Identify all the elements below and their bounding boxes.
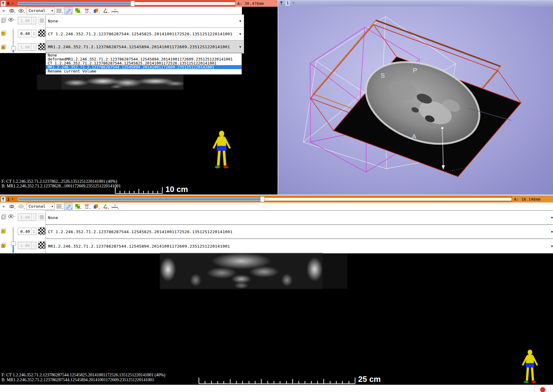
slice-star-icon[interactable]: ✶ bbox=[11, 197, 14, 201]
colored-grid-icon bbox=[75, 204, 80, 209]
background-opacity-spinbox[interactable]: 1.00 ▲▼ bbox=[18, 242, 36, 249]
collapse-controller-button[interactable]: « bbox=[1, 7, 6, 14]
pin-button[interactable] bbox=[1, 1, 6, 6]
layout-grid-button[interactable]: ▾ bbox=[55, 7, 63, 14]
chevron-down-icon: ▾ bbox=[118, 12, 119, 14]
foreground-volume-combo[interactable]: CT 1.2.246.352.71.2.123786287544.1254582… bbox=[45, 27, 244, 41]
fade-slider[interactable] bbox=[13, 227, 14, 253]
label-visibility-button[interactable] bbox=[8, 214, 14, 218]
menu-item[interactable]: CT 1.2.246.352.71.2.123786287544.1254582… bbox=[46, 61, 242, 65]
reformat-axes-button[interactable]: ▾ bbox=[101, 203, 109, 210]
svg-text:F: F bbox=[2, 32, 4, 35]
red-slider-handle[interactable] bbox=[130, 1, 135, 6]
chevron-down-icon: ▼ bbox=[551, 245, 553, 248]
label-visibility-button[interactable] bbox=[8, 18, 14, 22]
horizontal-ruler-icon: 10 bbox=[112, 8, 118, 13]
link-views-button[interactable]: ▾ bbox=[8, 203, 16, 210]
background-opacity-spinbox[interactable]: 1.00 ▲▼ bbox=[18, 43, 36, 51]
eye-icon bbox=[8, 18, 14, 22]
eye-icon bbox=[18, 205, 24, 208]
foreground-checker-button[interactable] bbox=[38, 227, 45, 235]
foreground-volume-combo[interactable]: CT 1.2.246.352.71.2.123786287544.1254582… bbox=[45, 225, 553, 239]
label-layer-icon: L bbox=[1, 18, 6, 23]
red-slice-offset-slider[interactable] bbox=[18, 2, 235, 5]
threeD-center-icon[interactable]: ☼ bbox=[292, 0, 294, 5]
fade-slider-handle[interactable] bbox=[11, 241, 16, 245]
menu-item[interactable]: deformedMR1.2.246.352.71.2.123786287544.… bbox=[46, 57, 242, 61]
segment-grid-button[interactable]: ▾ bbox=[73, 7, 82, 14]
eye-icon bbox=[18, 9, 24, 13]
label-opacity-spinbox[interactable]: 1.00 ▲▼ bbox=[18, 214, 36, 221]
fade-slider-handle[interactable] bbox=[11, 46, 16, 50]
collapse-controller-button[interactable]: « bbox=[1, 203, 6, 210]
spin-arrows[interactable]: ▲▼ bbox=[31, 228, 36, 235]
spin-arrows[interactable]: ▲▼ bbox=[31, 30, 36, 37]
label-visibility-arrow[interactable]: ▾ bbox=[14, 215, 16, 218]
slab-ruler-button[interactable]: 10 ▾ bbox=[110, 7, 119, 14]
spin-arrows[interactable]: ▲▼ bbox=[31, 214, 36, 221]
record-button[interactable] bbox=[535, 386, 551, 392]
threeD-title-strip bbox=[278, 0, 553, 6]
chevron-down-icon: ▾ bbox=[24, 12, 25, 14]
link-views-button[interactable]: ▾ bbox=[8, 7, 16, 14]
chevron-down-icon: ▼ bbox=[239, 45, 241, 49]
slab-ruler-button[interactable]: 10 ▾ bbox=[110, 203, 119, 210]
chevron-down-icon: ▾ bbox=[71, 208, 72, 210]
foreground-overlay-text: F: CT 1.2.246.352.71.2.1237862...2526.13… bbox=[2, 179, 117, 184]
chevron-down-icon: ▾ bbox=[89, 208, 91, 210]
svg-text:B: B bbox=[2, 46, 4, 49]
slice-image-strip bbox=[160, 253, 323, 289]
left-foot-marker bbox=[215, 166, 220, 168]
visibility-button[interactable]: ▾ bbox=[17, 7, 25, 14]
slice-intersection-button[interactable]: ▾ bbox=[82, 203, 91, 210]
orientation-combo[interactable]: Coronal ▼ bbox=[26, 7, 55, 14]
background-checker-button[interactable] bbox=[38, 43, 45, 50]
label-outline-button[interactable] bbox=[38, 214, 45, 221]
reformat-axes-button[interactable]: ▾ bbox=[101, 7, 109, 14]
foreground-opacity-spinbox[interactable]: 0.40 ▲▼ bbox=[18, 228, 36, 235]
layer-compositing-button[interactable]: ▾ bbox=[92, 7, 100, 14]
slice-star-icon[interactable]: ✶ bbox=[11, 1, 14, 5]
slice-intersection-button[interactable]: ▾ bbox=[82, 7, 91, 14]
threeD-scene[interactable]: S P A bbox=[278, 6, 553, 195]
orange-slice-offset-slider[interactable] bbox=[18, 198, 512, 201]
chevron-down-icon: ▾ bbox=[71, 12, 72, 14]
segment-grid-button[interactable]: ▾ bbox=[73, 203, 82, 210]
chevron-down-icon: ▼ bbox=[239, 19, 241, 23]
application-window: R ✶ A: 30.476mm « ▾ ▾ Coronal ▼ ▾ ▾ ▾ ▾ … bbox=[0, 0, 553, 392]
spin-arrows[interactable]: ▲▼ bbox=[31, 44, 36, 50]
menu-item-rename[interactable]: Rename current Volume bbox=[46, 69, 242, 73]
layout-grid-button[interactable]: ▾ bbox=[55, 203, 63, 210]
label-volume-value: None bbox=[48, 215, 58, 220]
marker-tool-button[interactable]: ▾ bbox=[64, 203, 73, 210]
scale-label: 25 cm bbox=[358, 374, 381, 384]
foreground-checker-button[interactable] bbox=[38, 29, 45, 37]
menu-item-selected[interactable]: MR1.2.246.352.71.2.123786287544.12545894… bbox=[46, 65, 242, 69]
background-layer-icon: B bbox=[1, 44, 6, 49]
label-outline-button[interactable] bbox=[38, 17, 45, 24]
label-volume-combo[interactable]: None ▼ bbox=[45, 14, 244, 28]
menu-item[interactable]: None bbox=[46, 53, 242, 57]
background-overlay-text: B: MR1.2.246.352.71.2.12378628...1001172… bbox=[2, 184, 121, 188]
label-volume-combo[interactable]: None ▼ bbox=[45, 210, 553, 225]
crosshair-dot[interactable] bbox=[441, 127, 444, 129]
orange-slider-handle[interactable] bbox=[260, 196, 265, 202]
chevron-down-icon: ▾ bbox=[62, 208, 63, 210]
label-opacity-value: 1.00 bbox=[18, 215, 31, 220]
spin-arrows[interactable]: ▲▼ bbox=[31, 17, 36, 24]
red-slice-offset-value: A: 30.476mm bbox=[237, 1, 264, 6]
pin-button[interactable] bbox=[1, 196, 6, 202]
background-volume-combo[interactable]: MR1.2.246.352.71.2.123786287544.12545894… bbox=[45, 239, 553, 253]
label-visibility-arrow[interactable]: ▾ bbox=[14, 18, 16, 21]
background-checker-button[interactable] bbox=[38, 241, 45, 249]
background-volume-combo[interactable]: MR1.2.246.352.71.2.123786287544.12545894… bbox=[45, 40, 244, 53]
spin-arrows[interactable]: ▲▼ bbox=[31, 242, 36, 249]
threeD-pin-button[interactable] bbox=[280, 1, 283, 5]
visibility-button[interactable]: ▾ bbox=[17, 203, 25, 210]
marker-tool-button[interactable]: ▾ bbox=[64, 7, 73, 14]
foreground-opacity-spinbox[interactable]: 0.40 ▲▼ bbox=[18, 30, 36, 37]
label-opacity-spinbox[interactable]: 1.00 ▲▼ bbox=[18, 17, 36, 24]
bottom-strip bbox=[0, 385, 553, 392]
layer-compositing-button[interactable]: ▾ bbox=[92, 203, 100, 210]
orientation-combo[interactable]: Coronal ▼ bbox=[26, 203, 55, 210]
